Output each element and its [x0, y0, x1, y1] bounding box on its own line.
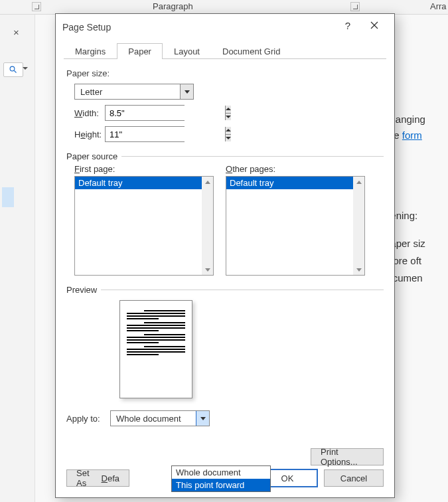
dialog-launcher-icon[interactable]	[350, 2, 360, 11]
spin-up-icon[interactable]	[226, 127, 231, 135]
chevron-down-icon[interactable]	[180, 84, 193, 99]
other-pages-label: Other pages:	[226, 164, 365, 174]
height-stepper[interactable]	[105, 126, 185, 142]
scrollbar[interactable]	[202, 177, 213, 275]
tab-layout[interactable]: Layout	[163, 43, 211, 59]
scroll-down-icon[interactable]	[202, 264, 213, 275]
preview-thumbnail	[119, 300, 192, 398]
paper-size-select[interactable]: Letter	[74, 84, 194, 100]
ribbon-group-paragraph: Paragraph	[153, 1, 193, 11]
svg-line-1	[15, 71, 17, 73]
doc-link[interactable]: form	[402, 129, 422, 141]
close-button[interactable]	[361, 15, 388, 35]
scrollbar[interactable]	[353, 177, 364, 275]
close-icon	[370, 21, 378, 29]
spin-down-icon[interactable]	[226, 135, 231, 142]
scroll-down-icon[interactable]	[353, 264, 364, 275]
height-field[interactable]	[106, 127, 225, 141]
tab-margins[interactable]: Margins	[64, 43, 117, 59]
paper-source-group-label: Paper source	[66, 151, 117, 161]
apply-to-select[interactable]: Whole document	[110, 410, 210, 426]
cancel-button[interactable]: Cancel	[324, 469, 384, 487]
paper-size-group-label: Paper size:	[66, 68, 384, 78]
print-options-button[interactable]: Print Options...	[311, 448, 384, 465]
page-setup-dialog: Page Setup ? Margins Paper Layout Docume…	[55, 13, 395, 498]
ribbon-strip: Paragraph Arra	[0, 0, 448, 15]
set-as-default-button[interactable]: Set As Defa	[66, 469, 129, 487]
tab-paper[interactable]: Paper	[117, 43, 163, 59]
nav-selected-highlight	[2, 187, 14, 207]
width-field[interactable]	[106, 106, 225, 120]
apply-to-value: Whole document	[116, 414, 181, 424]
dialog-launcher-icon[interactable]	[32, 2, 41, 11]
scroll-up-icon[interactable]	[353, 177, 364, 187]
spin-down-icon[interactable]	[226, 114, 231, 121]
preview-group-label: Preview	[66, 285, 97, 295]
apply-to-dropdown[interactable]: Whole document This point forward	[171, 465, 271, 492]
dropdown-option-whole-document[interactable]: Whole document	[172, 466, 270, 479]
scroll-up-icon[interactable]	[202, 177, 213, 187]
width-stepper[interactable]	[105, 105, 185, 121]
first-page-label: First page:	[74, 164, 214, 174]
close-icon[interactable]: ×	[13, 27, 19, 38]
help-button[interactable]: ?	[335, 15, 361, 35]
apply-to-label: Apply to:	[66, 414, 110, 424]
paper-size-value: Letter	[80, 87, 102, 97]
svg-point-0	[10, 66, 15, 71]
dialog-titlebar: Page Setup ?	[56, 14, 394, 37]
tab-strip: Margins Paper Layout Document Grid	[64, 41, 386, 59]
ribbon-group-arrange: Arra	[430, 1, 447, 11]
width-label: Width:	[66, 108, 105, 118]
spin-up-icon[interactable]	[226, 106, 231, 114]
dropdown-option-this-point-forward[interactable]: This point forward	[172, 479, 270, 491]
list-item[interactable]: Default tray	[75, 177, 213, 189]
search-input[interactable]	[3, 62, 23, 77]
search-icon	[9, 66, 17, 74]
tab-document-grid[interactable]: Document Grid	[211, 43, 291, 59]
list-item[interactable]: Default tray	[226, 177, 364, 189]
chevron-down-icon[interactable]	[196, 411, 209, 426]
navigation-pane: × t t	[0, 15, 35, 502]
chevron-down-icon[interactable]	[23, 67, 28, 70]
height-label: Height:	[66, 129, 105, 139]
dialog-title: Page Setup	[62, 18, 335, 33]
first-page-listbox[interactable]: Default tray	[74, 176, 214, 276]
other-pages-listbox[interactable]: Default tray	[226, 176, 365, 276]
